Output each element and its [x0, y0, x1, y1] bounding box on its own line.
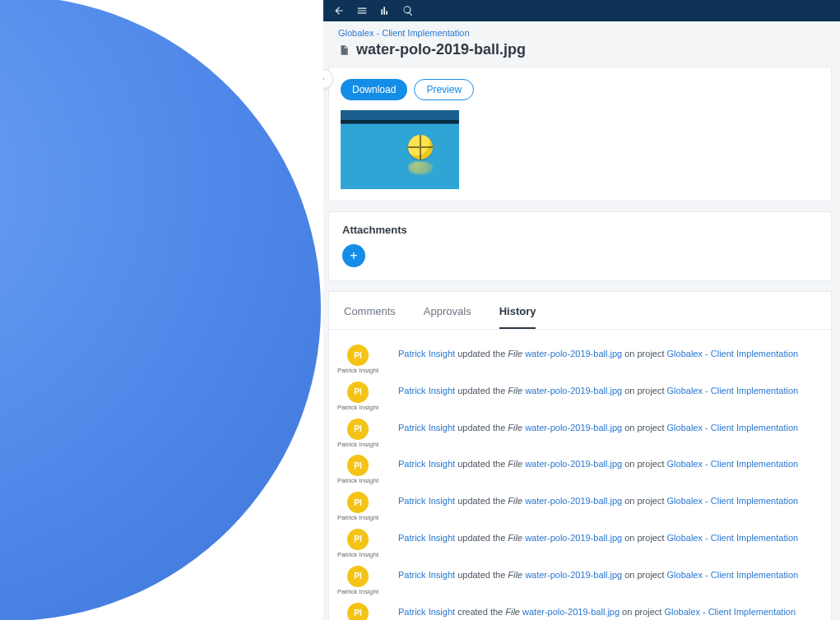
avatar-name: Patrick Insight: [337, 552, 378, 559]
history-text: Patrick Insight updated the File water-p…: [398, 566, 798, 581]
topbar: [323, 0, 840, 21]
history-entry: PIPatrick InsightPatrick Insight updated…: [332, 562, 813, 599]
project-link[interactable]: Globalex - Client Implementation: [667, 386, 799, 396]
add-attachment-button[interactable]: +: [342, 244, 365, 267]
file-link[interactable]: water-polo-2019-ball.jpg: [525, 349, 622, 359]
decorative-bg-circle: [0, 0, 321, 620]
file-link[interactable]: water-polo-2019-ball.jpg: [522, 607, 620, 617]
page-title: water-polo-2019-ball.jpg: [356, 41, 526, 58]
content-area: Download Preview Attachments + Comments …: [323, 67, 840, 620]
project-link[interactable]: Globalex - Client Implementation: [667, 423, 799, 433]
history-entry: PIPatrick InsightPatrick Insight updated…: [332, 378, 813, 415]
history-entry: PIPatrick InsightPatrick Insight updated…: [332, 451, 813, 488]
avatar: PI: [347, 566, 369, 587]
history-text: Patrick Insight created the File water-p…: [398, 603, 796, 618]
attachments-card: Attachments +: [328, 211, 832, 281]
page-header: Globalex - Client Implementation water-p…: [323, 21, 840, 67]
history-entry: PIPatrick InsightPatrick Insight updated…: [332, 415, 813, 452]
avatar-name: Patrick Insight: [337, 589, 378, 596]
tab-comments[interactable]: Comments: [344, 305, 396, 329]
file-link[interactable]: water-polo-2019-ball.jpg: [525, 459, 622, 469]
avatar-column: PIPatrick Insight: [332, 345, 383, 375]
avatar-name: Patrick Insight: [337, 368, 378, 375]
avatar-column: PIPatrick Insight: [332, 529, 383, 559]
avatar: PI: [347, 529, 369, 550]
avatar: PI: [347, 345, 369, 366]
tab-approvals[interactable]: Approvals: [424, 305, 471, 329]
user-link[interactable]: Patrick Insight: [398, 496, 455, 506]
history-text: Patrick Insight updated the File water-p…: [398, 492, 798, 507]
avatar: PI: [347, 492, 369, 513]
history-entry: PIPatrick InsightPatrick Insight updated…: [332, 341, 813, 378]
history-entry: PIPatrick InsightPatrick Insight updated…: [332, 525, 813, 562]
user-link[interactable]: Patrick Insight: [398, 423, 455, 433]
chart-icon[interactable]: [379, 5, 391, 16]
download-button[interactable]: Download: [341, 79, 407, 100]
search-icon[interactable]: [402, 5, 414, 16]
tab-history[interactable]: History: [499, 305, 536, 329]
project-link[interactable]: Globalex - Client Implementation: [667, 570, 799, 580]
avatar-column: PIPatrick Insight: [332, 419, 383, 449]
history-text: Patrick Insight updated the File water-p…: [398, 419, 798, 434]
avatar-column: PIPatrick Insight: [332, 492, 383, 522]
breadcrumb[interactable]: Globalex - Client Implementation: [338, 28, 825, 38]
history-list: PIPatrick InsightPatrick Insight updated…: [329, 330, 831, 620]
history-entry: PIPatrick InsightPatrick Insight updated…: [332, 488, 813, 525]
user-link[interactable]: Patrick Insight: [398, 349, 455, 359]
avatar-column: PIPatrick Insight: [332, 382, 383, 412]
user-link[interactable]: Patrick Insight: [398, 607, 455, 617]
avatar-name: Patrick Insight: [337, 515, 378, 522]
project-link[interactable]: Globalex - Client Implementation: [667, 496, 799, 506]
avatar-column: PIPatrick Insight: [332, 566, 383, 596]
history-text: Patrick Insight updated the File water-p…: [398, 529, 798, 544]
avatar-column: PIPatrick Insight: [332, 455, 383, 485]
history-entry: PIPatrick InsightPatrick Insight created…: [332, 599, 813, 620]
project-link[interactable]: Globalex - Client Implementation: [667, 533, 799, 543]
project-link[interactable]: Globalex - Client Implementation: [664, 607, 796, 617]
preview-card: Download Preview: [328, 67, 832, 201]
file-link[interactable]: water-polo-2019-ball.jpg: [525, 533, 622, 543]
avatar: PI: [347, 382, 369, 403]
file-link[interactable]: water-polo-2019-ball.jpg: [525, 423, 622, 433]
tabs: Comments Approvals History: [329, 292, 831, 330]
file-image-icon: [338, 44, 350, 56]
file-link[interactable]: water-polo-2019-ball.jpg: [525, 570, 622, 580]
avatar-column: PIPatrick Insight: [332, 603, 383, 620]
project-link[interactable]: Globalex - Client Implementation: [667, 459, 799, 469]
project-link[interactable]: Globalex - Client Implementation: [667, 349, 799, 359]
menu-icon[interactable]: [356, 5, 368, 16]
app-panel: Globalex - Client Implementation water-p…: [323, 0, 840, 620]
back-arrow-icon[interactable]: [333, 5, 345, 16]
file-link[interactable]: water-polo-2019-ball.jpg: [525, 496, 622, 506]
avatar-name: Patrick Insight: [337, 478, 378, 485]
avatar: PI: [347, 455, 369, 476]
history-text: Patrick Insight updated the File water-p…: [398, 455, 798, 470]
user-link[interactable]: Patrick Insight: [398, 533, 455, 543]
attachments-heading: Attachments: [342, 224, 818, 236]
action-buttons: Download Preview: [341, 79, 819, 100]
file-link[interactable]: water-polo-2019-ball.jpg: [525, 386, 622, 396]
activity-card: Comments Approvals History PIPatrick Ins…: [328, 291, 832, 620]
user-link[interactable]: Patrick Insight: [398, 459, 455, 469]
file-thumbnail[interactable]: [341, 110, 459, 189]
avatar-name: Patrick Insight: [337, 405, 378, 412]
title-row: water-polo-2019-ball.jpg: [338, 41, 825, 58]
history-text: Patrick Insight updated the File water-p…: [398, 382, 798, 397]
user-link[interactable]: Patrick Insight: [398, 386, 455, 396]
history-text: Patrick Insight updated the File water-p…: [398, 345, 798, 360]
avatar: PI: [347, 419, 369, 440]
chevron-right-icon: [323, 75, 327, 83]
user-link[interactable]: Patrick Insight: [398, 570, 455, 580]
avatar-name: Patrick Insight: [337, 442, 378, 449]
avatar: PI: [347, 603, 369, 620]
preview-button[interactable]: Preview: [414, 79, 474, 100]
